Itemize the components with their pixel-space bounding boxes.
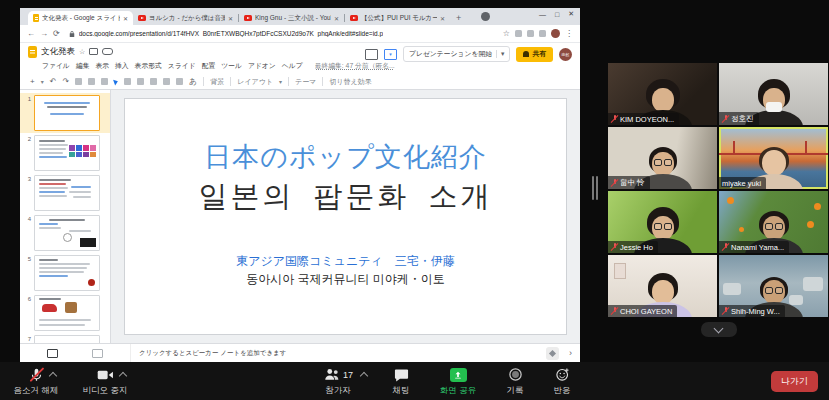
document-title[interactable]: 文化発表 (41, 46, 75, 58)
menu-insert[interactable]: 挿入 (115, 61, 129, 71)
presentation-options-caret[interactable]: ▾ (496, 50, 504, 58)
slide-thumbnail-2[interactable]: 2 (20, 133, 110, 173)
insert-comment-icon[interactable] (176, 78, 183, 85)
insert-image-icon[interactable] (137, 78, 144, 85)
slide-thumbnail-6[interactable]: 6 (20, 293, 110, 333)
menu-format[interactable]: 表示形式 (135, 61, 162, 71)
new-slide-button[interactable]: + (30, 78, 35, 86)
new-slide-caret-icon[interactable]: ▾ (41, 78, 44, 85)
current-slide[interactable]: 日本のポップ文化紹介 일본의 팝문화 소개 東アジア国際コミュニティ 三宅・伊藤… (124, 98, 567, 335)
start-presentation-button[interactable]: プレゼンテーションを開始 ▾ (403, 46, 510, 62)
window-maximize-button[interactable]: □ (555, 11, 559, 18)
video-tile-active-speaker[interactable]: miyake yuki (719, 127, 828, 189)
audio-options-chevron-icon[interactable] (48, 372, 56, 380)
forward-icon[interactable]: → (40, 30, 48, 38)
tab-search-icon[interactable] (481, 12, 490, 21)
slide-subtitle-japanese[interactable]: 東アジア国際コミュニティ 三宅・伊藤 (125, 253, 566, 270)
share-screen-button[interactable]: 화면 공유 (434, 366, 482, 397)
layout-caret-icon[interactable]: ▾ (279, 78, 282, 85)
collapse-video-strip-button[interactable] (701, 322, 737, 337)
reload-icon[interactable]: ⟳ (53, 30, 60, 38)
speaker-notes-placeholder[interactable]: クリックするとスピーカー ノートを追加できます (131, 349, 546, 358)
participants-button[interactable]: 17 참가자 (306, 366, 370, 397)
google-slides-logo-icon[interactable] (28, 46, 37, 58)
video-tile[interactable]: Nanami Yama... (719, 191, 828, 253)
url-field[interactable]: docs.google.com/presentation/d/1T4fHVX_B… (65, 28, 498, 40)
menu-slide[interactable]: スライド (168, 61, 196, 71)
layout-button[interactable]: レイアウト (237, 77, 273, 87)
explore-button[interactable] (546, 347, 559, 360)
slide-thumbnail-4[interactable]: 4 (20, 213, 110, 253)
slide-thumbnail-7[interactable]: 7 (20, 333, 110, 343)
text-box-icon[interactable] (124, 78, 131, 85)
insert-line-icon[interactable] (163, 78, 170, 85)
star-document-icon[interactable]: ☆ (79, 48, 85, 55)
window-minimize-button[interactable]: — (539, 11, 546, 18)
stop-video-button[interactable]: 비디오 중지 (74, 366, 136, 397)
account-avatar[interactable]: 由起 (559, 48, 572, 61)
print-icon[interactable] (75, 78, 82, 85)
browser-profile-avatar[interactable] (551, 29, 560, 38)
video-tile[interactable]: CHOI GAYEON (608, 255, 717, 317)
panel-resize-handle[interactable] (592, 176, 598, 200)
record-button[interactable]: 기록 (498, 366, 532, 397)
transition-button[interactable]: 切り替え効果 (329, 77, 371, 87)
select-cursor-icon[interactable] (113, 78, 119, 85)
menu-view[interactable]: 表示 (95, 61, 109, 71)
video-tile[interactable]: 정호진 (719, 63, 828, 125)
leave-meeting-button[interactable]: 나가기 (771, 371, 818, 392)
text-tool-icon[interactable]: あ (189, 78, 197, 86)
insert-shape-icon[interactable] (150, 78, 157, 85)
extension-icon[interactable] (539, 30, 546, 37)
grid-view-icon[interactable] (92, 349, 103, 358)
tab-youtube-3[interactable]: 【公式】PUI PUI モルカー 第1話... ✕ (345, 11, 450, 25)
slide-thumbnail-5[interactable]: 5 (20, 253, 110, 293)
extension-icon[interactable] (527, 30, 534, 37)
tab-close-icon[interactable]: ✕ (123, 15, 128, 22)
collapse-panel-chevron-icon[interactable]: › (569, 348, 572, 358)
present-on-display-icon[interactable] (365, 49, 378, 60)
menu-arrange[interactable]: 配置 (202, 61, 216, 71)
tab-close-icon[interactable]: ✕ (440, 15, 445, 22)
reactions-button[interactable]: 반응 (544, 366, 580, 397)
menu-help[interactable]: ヘルプ (282, 61, 303, 71)
video-options-chevron-icon[interactable] (118, 372, 126, 380)
theme-button[interactable]: テーマ (295, 77, 316, 87)
bookmark-star-icon[interactable]: ☆ (503, 30, 510, 38)
move-folder-icon[interactable] (89, 48, 98, 55)
new-tab-button[interactable]: + (456, 13, 461, 23)
tab-youtube-2[interactable]: King Gnu - 三文小説 - YouTube ✕ (239, 11, 344, 25)
unmute-button[interactable]: 음소거 해제 (6, 366, 66, 397)
last-edited-link[interactable]: 最終編集: 47 分前（匿名... (315, 61, 395, 71)
slide-thumbnail-1[interactable]: 1 (20, 93, 110, 133)
paint-format-icon[interactable] (88, 78, 95, 85)
share-button[interactable]: 共有 (516, 47, 553, 62)
back-icon[interactable]: ← (27, 30, 35, 38)
undo-icon[interactable]: ↶ (50, 78, 57, 86)
slide-thumbnail-3[interactable]: 3 (20, 173, 110, 213)
menu-tools[interactable]: ツール (221, 61, 242, 71)
zoom-tool-icon[interactable] (101, 78, 108, 85)
participants-chevron-icon[interactable] (360, 372, 368, 380)
meet-presentation-icon[interactable]: ▾ (384, 49, 397, 60)
slide-title-korean[interactable]: 일본의 팝문화 소개 (125, 177, 566, 217)
menu-file[interactable]: ファイル (42, 61, 70, 71)
redo-icon[interactable]: ↷ (62, 78, 69, 86)
tab-youtube-1[interactable]: ヨルシカ - だから僕は音楽を辞めた... ✕ (133, 11, 238, 25)
menu-edit[interactable]: 編集 (76, 61, 90, 71)
menu-addons[interactable]: アドオン (248, 61, 276, 71)
tab-close-icon[interactable]: ✕ (334, 15, 339, 22)
video-tile[interactable]: KIM DOYEON... (608, 63, 717, 125)
tab-slides[interactable]: 文化発表 - Google スライド ✕ (28, 11, 133, 25)
video-tile[interactable]: Jessie Ho (608, 191, 717, 253)
window-close-button[interactable]: ✕ (568, 10, 574, 18)
extension-icon[interactable] (515, 30, 522, 37)
browser-menu-icon[interactable]: ⋮ (565, 30, 573, 38)
video-tile[interactable]: Shih-Ming W... (719, 255, 828, 317)
video-tile[interactable]: 畠中 怜 (608, 127, 717, 189)
slide-subtitle-korean[interactable]: 동아시아 국제커뮤니티 미야케・이토 (125, 271, 566, 288)
tab-close-icon[interactable]: ✕ (228, 15, 233, 22)
background-button[interactable]: 背景 (210, 77, 224, 87)
chat-button[interactable]: 채팅 (384, 366, 418, 397)
filmstrip-view-icon[interactable] (47, 349, 58, 358)
